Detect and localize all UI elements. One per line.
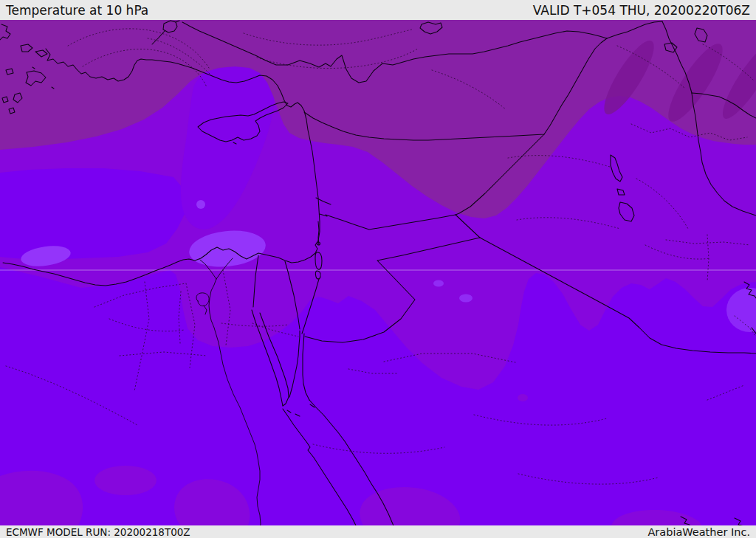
brand-label: ArabiaWeather Inc. xyxy=(647,526,750,538)
weather-map-window: Temperature at 10 hPa VALID T+054 THU, 2… xyxy=(0,0,756,538)
model-run-label: ECMWF MODEL RUN: 20200218T00Z xyxy=(6,526,190,538)
valid-time-label: VALID T+054 THU, 20200220T06Z xyxy=(533,3,750,18)
map-canvas xyxy=(0,20,756,526)
temperature-shading xyxy=(0,20,756,526)
shade-bright-strip xyxy=(0,168,186,260)
map-title: Temperature at 10 hPa xyxy=(6,3,148,18)
header-bar: Temperature at 10 hPa VALID T+054 THU, 2… xyxy=(0,0,756,20)
footer-bar: ECMWF MODEL RUN: 20200218T00Z ArabiaWeat… xyxy=(0,525,756,538)
